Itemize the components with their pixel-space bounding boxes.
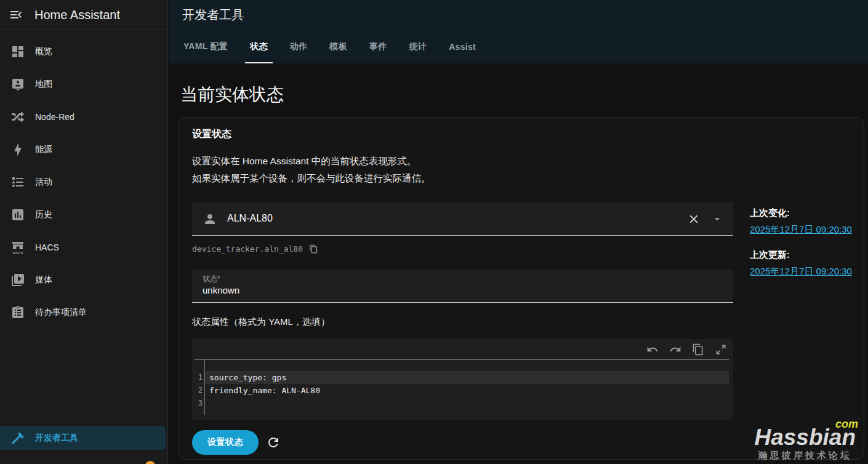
sidebar-item-label: 能源 (35, 144, 52, 155)
person-icon (203, 212, 217, 226)
main-area: 开发者工具 YAML 配置 状态 动作 模板 事件 统计 Assist 当前实体… (169, 0, 868, 464)
chevron-down-icon[interactable] (711, 213, 723, 225)
list-bulleted-icon (10, 175, 25, 190)
card-title: 设置状态 (192, 128, 231, 141)
tab-states[interactable]: 状态 (239, 30, 279, 63)
line-number: 2 (195, 384, 204, 397)
sidebar-item-hacs[interactable]: HACS HACS (0, 235, 167, 260)
tab-yaml[interactable]: YAML 配置 (172, 30, 239, 63)
description-line-2: 如果实体属于某个设备，则不会与此设备进行实际通信。 (192, 170, 431, 187)
sidebar-item-label: HACS (35, 242, 59, 252)
tab-bar: YAML 配置 状态 动作 模板 事件 统计 Assist (172, 30, 487, 63)
tab-templates[interactable]: 模板 (318, 30, 358, 63)
sidebar-item-label: 开发者工具 (35, 433, 78, 444)
yaml-editor[interactable]: 1 2 3 source_type: gps friendly_name: AL… (192, 339, 733, 420)
copy-icon[interactable] (692, 343, 704, 356)
app-title: Home Assistant (34, 8, 120, 22)
sidebar-item-developer-tools[interactable]: 开发者工具 (0, 426, 166, 450)
sidebar-item-label: 地图 (35, 79, 52, 90)
content: 当前实体状态 设置状态 设置实体在 Home Assistant 中的当前状态表… (169, 63, 868, 464)
last-changed-link[interactable]: 2025年12月7日 09:20:30 (750, 224, 852, 236)
state-input-value: unknown (203, 285, 239, 295)
expand-icon[interactable] (715, 343, 727, 356)
sidebar-item-logbook[interactable]: 活动 (0, 170, 167, 194)
entity-picker-value: ALN-AL80 (227, 213, 273, 224)
set-state-button[interactable]: 设置状态 (192, 430, 259, 455)
sidebar-item-node-red[interactable]: Node-Red (0, 105, 167, 129)
tab-actions[interactable]: 动作 (279, 30, 319, 63)
entity-timestamps: 上次变化: 2025年12月7日 09:20:30 上次更新: 2025年12月… (750, 207, 864, 278)
page-header-title: 开发者工具 (182, 4, 244, 26)
menu-open-icon[interactable] (9, 7, 23, 22)
code-line: source_type: gps (205, 371, 729, 384)
last-updated-label: 上次更新: (750, 249, 864, 261)
clipboard-list-icon (10, 305, 25, 320)
sidebar-item-overview[interactable]: 概览 (0, 39, 167, 64)
redo-icon[interactable] (669, 343, 681, 356)
chart-bar-icon (10, 207, 25, 222)
entity-id-row: device_tracker.aln_al80 (192, 244, 318, 254)
notification-badge (145, 461, 155, 464)
watermark-subtitle: 瀚思彼岸技术论坛 (754, 450, 856, 462)
sidebar-nav: 概览 地图 Node-Red 能源 活动 历史 HACS HACS 媒体 (0, 30, 167, 325)
entity-id-text: device_tracker.aln_al80 (192, 244, 303, 254)
sidebar-item-todo[interactable]: 待办事项清单 (0, 300, 167, 325)
hammer-icon (10, 431, 25, 446)
set-state-card: 设置状态 设置实体在 Home Assistant 中的当前状态表现形式。 如果… (179, 117, 864, 460)
shuffle-icon (10, 110, 25, 124)
play-box-icon (10, 273, 25, 287)
tab-statistics[interactable]: 统计 (398, 30, 438, 63)
code-area[interactable]: 1 2 3 source_type: gps friendly_name: AL… (195, 359, 729, 415)
code-lines: source_type: gps friendly_name: ALN-AL80 (204, 360, 729, 415)
undo-icon[interactable] (646, 343, 659, 356)
last-changed-label: 上次变化: (750, 207, 864, 219)
hacs-store-icon: HACS (10, 240, 25, 255)
page-title: 当前实体状态 (180, 83, 284, 106)
copy-icon[interactable] (309, 244, 318, 254)
svg-text:HACS: HACS (12, 250, 23, 255)
line-number: 1 (195, 371, 204, 384)
entity-picker-input[interactable]: ALN-AL80 (192, 202, 733, 236)
sidebar-item-energy[interactable]: 能源 (0, 137, 167, 162)
editor-toolbar (646, 343, 727, 356)
sidebar-item-label: 历史 (35, 209, 52, 220)
sidebar-header: Home Assistant (0, 0, 167, 30)
last-updated-link[interactable]: 2025年12月7日 09:20:30 (750, 266, 852, 278)
hassbian-watermark: Hassbian com 瀚思彼岸技术论坛 (754, 426, 856, 462)
view-dashboard-icon (10, 44, 25, 59)
line-number-gutter: 1 2 3 (195, 360, 204, 415)
card-description: 设置实体在 Home Assistant 中的当前状态表现形式。 如果实体属于某… (192, 153, 431, 187)
tab-events[interactable]: 事件 (358, 30, 398, 63)
sidebar-item-media[interactable]: 媒体 (0, 268, 167, 292)
description-line-1: 设置实体在 Home Assistant 中的当前状态表现形式。 (192, 153, 431, 170)
clear-icon[interactable] (687, 212, 701, 226)
sidebar-item-map[interactable]: 地图 (0, 72, 167, 97)
sidebar-item-label: 活动 (35, 177, 52, 188)
tab-assist[interactable]: Assist (438, 30, 487, 63)
map-account-icon (10, 77, 25, 92)
state-input-label: 状态* (203, 274, 220, 284)
attributes-label: 状态属性（格式为 YAML，选填） (192, 316, 330, 328)
sidebar-item-label: 媒体 (35, 274, 52, 286)
sidebar-item-label: 待办事项清单 (35, 307, 87, 318)
lightning-bolt-icon (10, 142, 25, 157)
refresh-icon[interactable] (266, 435, 281, 450)
topbar: 开发者工具 YAML 配置 状态 动作 模板 事件 统计 Assist (169, 0, 868, 63)
sidebar: Home Assistant 概览 地图 Node-Red 能源 活动 历史 H… (0, 0, 168, 464)
sidebar-item-history[interactable]: 历史 (0, 202, 167, 227)
state-input[interactable]: 状态* unknown (192, 270, 733, 303)
sidebar-item-label: 概览 (35, 46, 52, 57)
sidebar-item-label: Node-Red (35, 112, 74, 122)
line-number: 3 (195, 397, 204, 410)
code-line: friendly_name: ALN-AL80 (205, 384, 729, 397)
watermark-tld: com (835, 418, 858, 431)
code-line (205, 397, 729, 410)
